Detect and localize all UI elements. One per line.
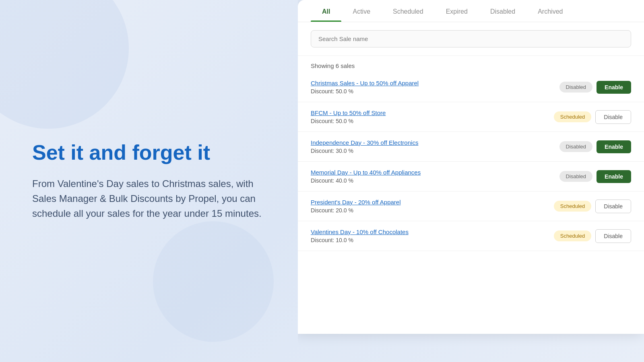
sale-name[interactable]: President's Day - 20% off Apparel: [311, 199, 554, 206]
sale-actions: Scheduled Disable: [554, 200, 631, 213]
sale-discount: Discount: 20.0 %: [311, 207, 554, 214]
sale-info: Independence Day - 30% off Electronics D…: [311, 139, 559, 154]
action-button[interactable]: Disable: [595, 229, 631, 243]
action-button[interactable]: Disable: [595, 110, 631, 124]
sale-discount: Discount: 30.0 %: [311, 148, 559, 154]
tab-scheduled[interactable]: Scheduled: [382, 0, 435, 22]
sale-item: Christmas Sales - Up to 50% off Apparel …: [298, 72, 644, 102]
sale-item: Memorial Day - Up to 40% off Appliances …: [298, 162, 644, 191]
sale-info: BFCM - Up to 50% off Store Discount: 50.…: [311, 109, 554, 124]
sale-info: Memorial Day - Up to 40% off Appliances …: [311, 169, 559, 184]
sale-name[interactable]: Christmas Sales - Up to 50% off Apparel: [311, 80, 559, 86]
sale-info: Valentines Day - 10% off Chocolates Disc…: [311, 228, 554, 243]
sale-discount: Discount: 50.0 %: [311, 88, 559, 95]
sales-card: All Active Scheduled Expired Disabled Ar…: [298, 0, 644, 334]
search-container: [298, 22, 644, 56]
sale-item: Independence Day - 30% off Electronics D…: [298, 132, 644, 162]
sale-discount: Discount: 10.0 %: [311, 237, 554, 243]
tab-active[interactable]: Active: [341, 0, 382, 22]
sales-list: Christmas Sales - Up to 50% off Apparel …: [298, 72, 644, 334]
hero-description: From Valentine's Day sales to Christmas …: [32, 176, 266, 221]
search-input[interactable]: [311, 30, 631, 47]
sale-item: President's Day - 20% off Apparel Discou…: [298, 191, 644, 221]
sale-name[interactable]: Valentines Day - 10% off Chocolates: [311, 228, 554, 235]
tab-all[interactable]: All: [311, 0, 341, 22]
tab-expired[interactable]: Expired: [435, 0, 479, 22]
action-button[interactable]: Enable: [597, 170, 631, 183]
status-badge: Scheduled: [554, 230, 591, 241]
tab-archived[interactable]: Archived: [526, 0, 574, 22]
hero-title: Set it and forget it: [32, 141, 266, 165]
status-badge: Scheduled: [554, 201, 591, 212]
sale-actions: Disabled Enable: [559, 81, 632, 94]
action-button[interactable]: Disable: [595, 200, 631, 213]
sale-info: President's Day - 20% off Apparel Discou…: [311, 199, 554, 214]
sale-item: BFCM - Up to 50% off Store Discount: 50.…: [298, 102, 644, 132]
sales-count: Showing 6 sales: [298, 56, 644, 72]
status-badge: Disabled: [559, 82, 593, 93]
sale-info: Christmas Sales - Up to 50% off Apparel …: [311, 80, 559, 95]
sale-actions: Scheduled Disable: [554, 110, 631, 124]
tabs-bar: All Active Scheduled Expired Disabled Ar…: [298, 0, 644, 22]
action-button[interactable]: Enable: [597, 140, 631, 153]
left-panel: Set it and forget it From Valentine's Da…: [0, 0, 298, 362]
sale-actions: Scheduled Disable: [554, 229, 631, 243]
sale-actions: Disabled Enable: [559, 140, 632, 153]
tab-disabled[interactable]: Disabled: [479, 0, 526, 22]
sale-discount: Discount: 50.0 %: [311, 118, 554, 124]
sale-actions: Disabled Enable: [559, 170, 632, 183]
sale-name[interactable]: Independence Day - 30% off Electronics: [311, 139, 559, 146]
sale-discount: Discount: 40.0 %: [311, 177, 559, 184]
action-button[interactable]: Enable: [597, 81, 631, 94]
sale-name[interactable]: BFCM - Up to 50% off Store: [311, 109, 554, 116]
sale-item: Valentines Day - 10% off Chocolates Disc…: [298, 221, 644, 251]
status-badge: Scheduled: [554, 111, 591, 122]
status-badge: Disabled: [559, 171, 593, 182]
status-badge: Disabled: [559, 141, 593, 152]
right-panel-wrapper: All Active Scheduled Expired Disabled Ar…: [298, 0, 644, 362]
sale-name[interactable]: Memorial Day - Up to 40% off Appliances: [311, 169, 559, 176]
